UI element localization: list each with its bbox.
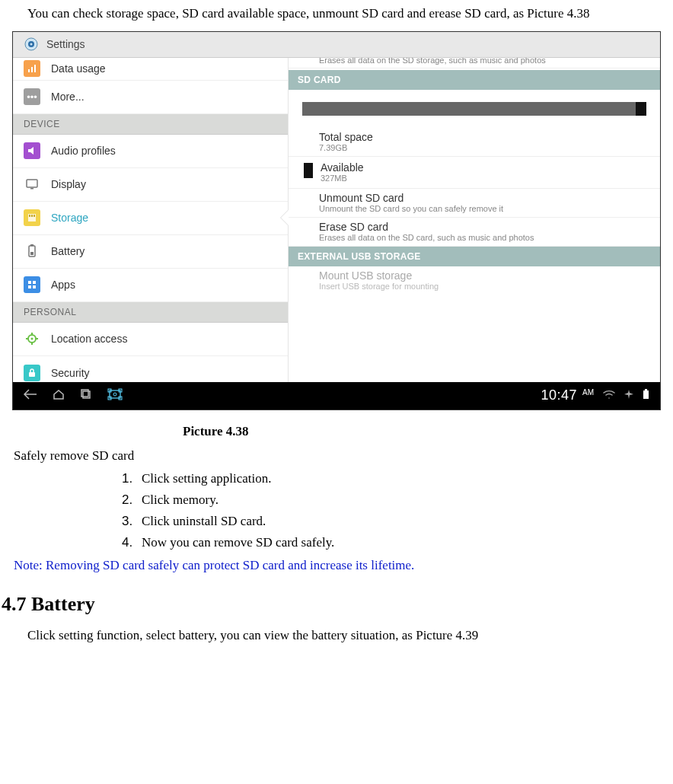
available-swatch-icon bbox=[304, 163, 313, 178]
sidebar-item-label: Display bbox=[51, 178, 86, 190]
sidebar-item-battery[interactable]: Battery bbox=[13, 235, 288, 269]
gear-icon bbox=[24, 37, 39, 52]
nav-right-group: 10:47AM bbox=[541, 387, 649, 403]
total-space-row[interactable]: Total space 7.39GB bbox=[289, 128, 660, 157]
total-space-value: 7.39GB bbox=[319, 143, 646, 153]
available-value: 327MB bbox=[321, 174, 364, 183]
svg-rect-17 bbox=[28, 285, 31, 288]
sidebar-section-personal: PERSONAL bbox=[13, 302, 288, 323]
sidebar-item-label: Data usage bbox=[51, 62, 106, 75]
step-text: Click memory. bbox=[142, 492, 218, 507]
svg-rect-16 bbox=[33, 281, 36, 284]
more-icon: ••• bbox=[24, 88, 40, 105]
svg-rect-15 bbox=[28, 281, 31, 284]
step-text: Click setting application. bbox=[142, 471, 271, 486]
location-icon bbox=[24, 330, 40, 347]
settings-app-header: Settings bbox=[13, 32, 660, 58]
list-item: 1.Click setting application. bbox=[122, 471, 673, 486]
erase-sd-subtext: Erases all data on the SD card, such as … bbox=[319, 233, 646, 243]
sidebar-item-label: Battery bbox=[51, 245, 85, 257]
wifi-icon bbox=[603, 390, 615, 401]
svg-rect-11 bbox=[33, 215, 35, 217]
note-paragraph: Note: Removing SD card safely can protec… bbox=[14, 558, 659, 573]
sd-card-section-header: SD CARD bbox=[289, 70, 660, 90]
battery-icon bbox=[24, 243, 40, 260]
erase-sd-label: Erase SD card bbox=[319, 221, 646, 233]
unmount-sd-row[interactable]: Unmount SD card Unmount the SD card so y… bbox=[289, 189, 660, 218]
audio-icon bbox=[24, 142, 40, 159]
status-ampm: AM bbox=[582, 388, 594, 397]
sidebar-item-apps[interactable]: Apps bbox=[13, 269, 288, 302]
storage-usage-bar bbox=[302, 102, 646, 116]
lock-icon bbox=[24, 365, 40, 381]
svg-rect-4 bbox=[31, 67, 33, 72]
list-item: 4.Now you can remove SD card safely. bbox=[122, 535, 673, 550]
android-nav-bar: 10:47AM bbox=[13, 382, 660, 410]
sidebar-item-label: More... bbox=[51, 91, 85, 103]
available-label: Available bbox=[321, 161, 364, 174]
svg-point-29 bbox=[113, 393, 116, 396]
data-usage-icon bbox=[24, 60, 40, 77]
total-space-label: Total space bbox=[319, 131, 646, 143]
mount-usb-subtext: Insert USB storage for mounting bbox=[319, 282, 646, 292]
svg-rect-6 bbox=[27, 180, 37, 187]
svg-rect-34 bbox=[643, 390, 649, 399]
screenshot-figure: Settings Data usage ••• More... DEVICE A… bbox=[12, 31, 661, 410]
sidebar-item-label: Location access bbox=[51, 333, 127, 345]
settings-left-pane: Data usage ••• More... DEVICE Audio prof… bbox=[13, 58, 289, 382]
sidebar-item-storage[interactable]: Storage bbox=[13, 202, 288, 235]
sidebar-item-data-usage[interactable]: Data usage bbox=[13, 58, 288, 81]
nav-left-group bbox=[24, 388, 123, 403]
step-text: Click uninstall SD card. bbox=[142, 514, 266, 528]
battery-status-icon bbox=[643, 389, 649, 402]
svg-rect-14 bbox=[30, 252, 33, 255]
sidebar-item-location-access[interactable]: Location access bbox=[13, 323, 288, 356]
sidebar-item-audio-profiles[interactable]: Audio profiles bbox=[13, 135, 288, 168]
truncated-erase-subtext: Erases all data on the SD storage, such … bbox=[289, 58, 660, 69]
svg-rect-10 bbox=[31, 215, 33, 217]
sidebar-item-label: Storage bbox=[51, 212, 88, 224]
svg-rect-35 bbox=[645, 389, 647, 390]
display-icon bbox=[24, 176, 40, 193]
closing-paragraph: Click setting function, select battery, … bbox=[27, 628, 659, 643]
intro-paragraph: You can check storage space, SD card ava… bbox=[14, 5, 659, 24]
svg-rect-25 bbox=[29, 372, 35, 377]
sidebar-item-more[interactable]: ••• More... bbox=[13, 81, 288, 114]
list-item: 3.Click uninstall SD card. bbox=[122, 514, 673, 529]
sidebar-section-device: DEVICE bbox=[13, 114, 288, 135]
unmount-sd-label: Unmount SD card bbox=[319, 192, 646, 204]
sidebar-item-label: Audio profiles bbox=[51, 145, 116, 157]
safely-remove-heading: Safely remove SD card bbox=[14, 448, 659, 464]
sidebar-item-security[interactable]: Security bbox=[13, 356, 288, 382]
list-item: 2.Click memory. bbox=[122, 492, 673, 508]
mount-usb-row[interactable]: Mount USB storage Insert USB storage for… bbox=[289, 266, 660, 295]
svg-rect-3 bbox=[28, 69, 30, 72]
airplane-icon bbox=[624, 390, 633, 401]
home-icon[interactable] bbox=[53, 389, 65, 403]
recent-apps-icon[interactable] bbox=[80, 389, 92, 403]
svg-rect-18 bbox=[33, 285, 36, 288]
step-text: Now you can remove SD card safely. bbox=[142, 535, 334, 550]
steps-list: 1.Click setting application. 2.Click mem… bbox=[122, 471, 673, 550]
svg-rect-9 bbox=[29, 215, 30, 217]
svg-point-20 bbox=[31, 338, 33, 340]
available-space-row[interactable]: Available 327MB bbox=[289, 157, 660, 189]
back-icon[interactable] bbox=[24, 389, 37, 403]
erase-sd-row[interactable]: Erase SD card Erases all data on the SD … bbox=[289, 218, 660, 247]
figure-caption: Picture 4.38 bbox=[183, 424, 673, 439]
svg-rect-7 bbox=[30, 188, 33, 190]
storage-usage-free-segment bbox=[636, 102, 646, 116]
settings-body: Data usage ••• More... DEVICE Audio prof… bbox=[13, 58, 660, 382]
mount-usb-label: Mount USB storage bbox=[319, 269, 646, 282]
unmount-sd-subtext: Unmount the SD card so you can safely re… bbox=[319, 204, 646, 214]
apps-icon bbox=[24, 276, 40, 293]
status-time: 10:47 bbox=[541, 387, 577, 403]
settings-right-pane: Erases all data on the SD storage, such … bbox=[289, 58, 660, 382]
storage-icon bbox=[24, 209, 40, 226]
svg-point-2 bbox=[30, 43, 33, 46]
settings-title: Settings bbox=[46, 38, 85, 50]
screenshot-icon[interactable] bbox=[107, 388, 123, 403]
external-usb-section-header: EXTERNAL USB STORAGE bbox=[289, 247, 660, 266]
sidebar-item-label: Apps bbox=[51, 279, 75, 291]
sidebar-item-display[interactable]: Display bbox=[13, 168, 288, 202]
